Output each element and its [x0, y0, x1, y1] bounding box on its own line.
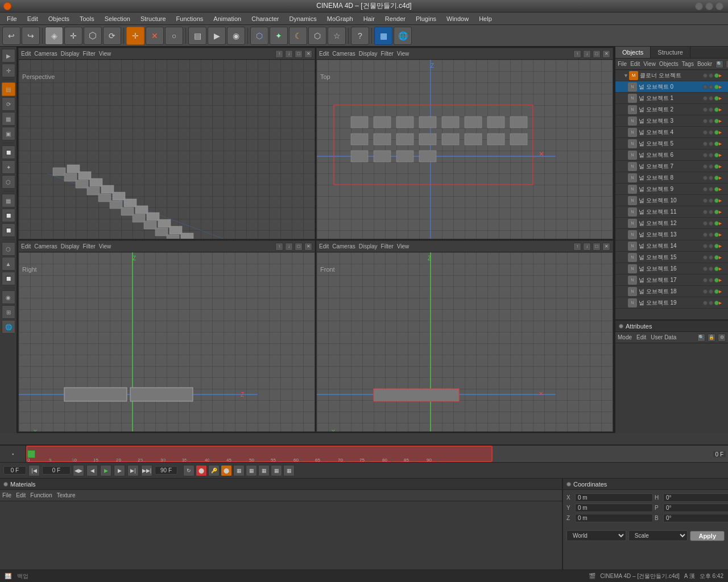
transport-loop[interactable]: ↻: [183, 465, 195, 476]
sidebar-s1[interactable]: ⬡: [2, 242, 15, 256]
pane-view-front[interactable]: View: [397, 243, 410, 250]
attr-mode[interactable]: Mode: [618, 334, 632, 340]
transport-btn3[interactable]: ▦: [258, 465, 270, 476]
transport-btn1[interactable]: ▦: [233, 465, 245, 476]
transport-key3[interactable]: ⬤: [221, 465, 232, 476]
sidebar-world2[interactable]: 🌐: [2, 320, 15, 334]
menu-character[interactable]: Character: [247, 14, 283, 23]
transport-btn4[interactable]: ▦: [271, 465, 282, 476]
coord-h-input[interactable]: [663, 493, 728, 502]
sidebar-polys[interactable]: 🔲: [2, 223, 15, 237]
coord-x-input[interactable]: [575, 493, 653, 502]
attr-search[interactable]: 🔍: [697, 334, 705, 342]
obj-row-12[interactable]: N 널 오브젝트 12 ▸: [615, 218, 728, 229]
effector-button[interactable]: ✦: [270, 27, 288, 45]
sidebar-s3[interactable]: 🔲: [2, 272, 15, 285]
pane-dn-front[interactable]: ↓: [583, 243, 591, 251]
pane-expand-right[interactable]: □: [295, 243, 303, 251]
obj-edit[interactable]: Edit: [630, 61, 640, 67]
obj-home-icon[interactable]: ⌂: [726, 60, 728, 68]
pane-close-front[interactable]: ✕: [602, 243, 610, 251]
render-settings-button[interactable]: ◉: [227, 27, 245, 45]
coord-z-input[interactable]: [575, 514, 653, 522]
obj-row-13[interactable]: N 널 오브젝트 13 ▸: [615, 229, 728, 240]
rotate-button[interactable]: ⟳: [103, 27, 121, 45]
menu-functions[interactable]: Functions: [172, 14, 208, 23]
sidebar-edges[interactable]: 🔲: [2, 209, 15, 222]
obj-row-19[interactable]: N 널 오브젝트 19 ▸: [615, 297, 728, 309]
sidebar-move[interactable]: ✛: [2, 64, 15, 77]
obj-row-15[interactable]: N 널 오브젝트 15 ▸: [615, 252, 728, 263]
menu-tools[interactable]: Tools: [75, 14, 99, 23]
obj-row-18[interactable]: N 널 오브젝트 18 ▸: [615, 286, 728, 297]
sidebar-uv[interactable]: ▦: [2, 112, 15, 126]
obj-row-5[interactable]: N 널 오브젝트 5 ▸: [615, 138, 728, 149]
transport-key1[interactable]: ⬤: [196, 465, 207, 476]
obj-row-8[interactable]: N 널 오브젝트 8 ▸: [615, 172, 728, 184]
coord-b-input[interactable]: [663, 514, 728, 522]
attr-userdata[interactable]: User Data: [651, 334, 676, 340]
pane-view-top[interactable]: View: [397, 51, 410, 57]
pane-expand-persp[interactable]: □: [295, 50, 303, 58]
pane-view-right[interactable]: View: [99, 243, 111, 250]
menu-animation[interactable]: Animation: [209, 14, 246, 23]
obj-row-4[interactable]: N 널 오브젝트 4 ▸: [615, 127, 728, 138]
front-viewport[interactable]: Edit Cameras Display Filter View ↑ ↓ □ ✕…: [316, 240, 613, 432]
pane-display-top[interactable]: Display: [359, 51, 378, 57]
fullscreen-button[interactable]: [715, 2, 723, 10]
cloner-button[interactable]: ⬡: [250, 27, 268, 45]
transport-end[interactable]: ▶▶|: [141, 465, 152, 476]
obj-row-3[interactable]: N 널 오브젝트 3 ▸: [615, 115, 728, 127]
pane-up-top[interactable]: ↑: [573, 50, 581, 58]
coord-y-input[interactable]: [575, 504, 653, 512]
apply-button[interactable]: Apply: [690, 531, 725, 541]
pane-display-persp[interactable]: Display: [61, 51, 80, 57]
transport-btn2[interactable]: ▦: [246, 465, 257, 476]
sidebar-snap3[interactable]: ⬡: [2, 175, 15, 189]
mat-file[interactable]: File: [2, 492, 11, 498]
obj-row-17[interactable]: N 널 오브젝트 17 ▸: [615, 275, 728, 286]
render-view-button[interactable]: ▤: [188, 27, 206, 45]
menu-plugins[interactable]: Plugins: [411, 14, 441, 23]
coord-p-input[interactable]: [663, 504, 728, 512]
menu-help[interactable]: Help: [474, 14, 497, 23]
mat-edit[interactable]: Edit: [16, 492, 26, 498]
obj-row-9[interactable]: N 널 오브젝트 9 ▸: [615, 184, 728, 195]
pane-cameras-front[interactable]: Cameras: [332, 243, 355, 250]
mograph-button[interactable]: ☾: [289, 27, 307, 45]
transport-prev-frame[interactable]: ◀: [86, 465, 98, 476]
transport-next-frame[interactable]: ▶: [114, 465, 125, 476]
scene-button[interactable]: ▦: [374, 27, 392, 45]
transport-current-start[interactable]: 0 F: [42, 466, 71, 475]
pane-expand-front[interactable]: □: [593, 243, 601, 251]
pane-close-right[interactable]: ✕: [304, 243, 312, 251]
redo-button[interactable]: ↪: [22, 27, 40, 45]
sidebar-snap2[interactable]: ✦: [2, 160, 15, 174]
menu-dynamics[interactable]: Dynamics: [285, 14, 321, 23]
pane-edit-top[interactable]: Edit: [319, 51, 329, 57]
deform-button[interactable]: ☆: [328, 27, 346, 45]
sidebar-bodypaint[interactable]: ▣: [2, 127, 15, 140]
pane-filter-persp[interactable]: Filter: [83, 51, 96, 57]
pane-up-front[interactable]: ↑: [573, 243, 581, 251]
obj-row-cloner[interactable]: ▼ M 클로너 오브젝트 ▸: [615, 70, 728, 81]
tab-objects[interactable]: Objects: [615, 47, 651, 58]
obj-row-2[interactable]: N 널 오브젝트 2 ▸: [615, 104, 728, 115]
obj-bookr[interactable]: Bookr: [697, 61, 712, 67]
move-button[interactable]: ✛: [64, 27, 82, 45]
pane-close-persp[interactable]: ✕: [304, 50, 312, 58]
menu-mograph[interactable]: MoGraph: [322, 14, 358, 23]
transport-next-key[interactable]: ▶|: [127, 465, 139, 476]
sidebar-grid[interactable]: ⊞: [2, 305, 15, 319]
pane-expand-top[interactable]: □: [593, 50, 601, 58]
coord-world-dropdown[interactable]: World Object: [566, 530, 626, 541]
help-button[interactable]: ?: [351, 27, 369, 45]
obj-row-11[interactable]: N 널 오브젝트 11 ▸: [615, 206, 728, 218]
obj-row-7[interactable]: N 널 오브젝트 7 ▸: [615, 161, 728, 172]
pane-filter-front[interactable]: Filter: [381, 243, 394, 250]
obj-view[interactable]: View: [643, 61, 656, 67]
scale-button[interactable]: ⬡: [84, 27, 102, 45]
pane-display-right[interactable]: Display: [61, 243, 80, 250]
close-icon[interactable]: [3, 2, 11, 10]
menu-render[interactable]: Render: [380, 14, 410, 23]
